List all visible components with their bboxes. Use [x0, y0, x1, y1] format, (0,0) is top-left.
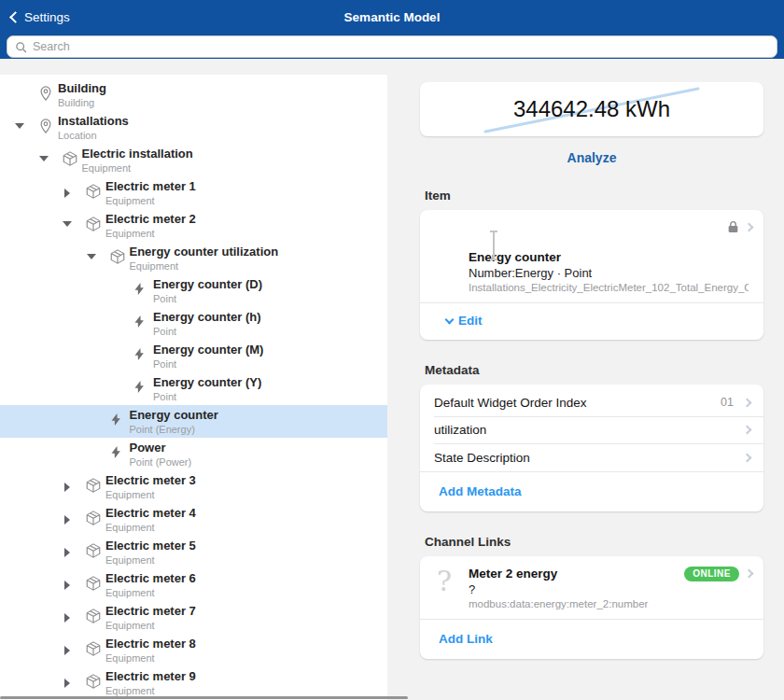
metadata-label: State Description: [434, 451, 530, 465]
chevron-right-icon: [745, 569, 754, 579]
tree-row[interactable]: Energy counter Point (Energy): [0, 405, 387, 438]
equipment-box-icon: [85, 673, 102, 690]
caret-icon[interactable]: [64, 581, 70, 590]
tree-item-title: Electric meter 3: [105, 473, 196, 488]
tree-row[interactable]: Electric meter 4 Equipment: [0, 503, 387, 536]
metadata-row[interactable]: utilization: [420, 417, 763, 444]
item-card: Energy counter Number:Energy · Point Ins…: [420, 210, 763, 340]
item-name: Installations_Electricity_ElectricMeter_…: [469, 281, 749, 295]
tree-item-title: Electric meter 4: [105, 506, 196, 521]
equipment-box-icon: [62, 150, 78, 167]
tree-item-title: Building: [58, 81, 106, 96]
item-state-card[interactable]: 344642.48 kWh: [420, 82, 763, 136]
equipment-box-icon: [85, 575, 102, 592]
equipment-box-icon: [85, 216, 102, 232]
metadata-row[interactable]: State Description: [420, 444, 763, 471]
edit-item-button[interactable]: Edit: [420, 303, 763, 340]
metadata-section-header: Metadata: [425, 363, 763, 377]
caret-icon[interactable]: [64, 646, 70, 655]
tree-row[interactable]: Electric installation Equipment: [0, 144, 387, 176]
metadata-card: Default Widget Order Index 01 utilizatio…: [420, 385, 763, 511]
tree-item-subtitle: Equipment: [130, 259, 279, 273]
back-to-settings-button[interactable]: Settings: [11, 10, 70, 24]
caret-icon[interactable]: [64, 548, 70, 557]
caret-icon[interactable]: [64, 515, 70, 525]
item-detail-panel: 344642.48 kWh Analyze Item Energy counte…: [420, 82, 763, 659]
edit-label: Edit: [458, 314, 483, 328]
tree-item-subtitle: Equipment: [105, 619, 196, 632]
caret-icon[interactable]: [63, 221, 72, 227]
chevron-right-icon: [743, 426, 752, 435]
tree-item-title: Electric meter 1: [105, 179, 196, 194]
tree-row[interactable]: Electric meter 8 Equipment: [0, 634, 387, 666]
lightning-bolt-icon: [109, 412, 126, 428]
item-row[interactable]: Energy counter Number:Energy · Point Ins…: [420, 210, 763, 302]
back-label: Settings: [24, 10, 70, 24]
tree-item-subtitle: Equipment: [105, 651, 196, 665]
tree-row[interactable]: Electric meter 7 Equipment: [0, 601, 387, 634]
tree-row[interactable]: Electric meter 9 Equipment: [0, 666, 387, 699]
equipment-box-icon: [85, 477, 102, 494]
tree-item-subtitle: Point: [153, 390, 261, 403]
tree-item-subtitle: Equipment: [82, 161, 193, 175]
caret-icon[interactable]: [64, 483, 70, 492]
tree-item-title: Power: [130, 441, 192, 455]
tree-item-title: Energy counter (D): [153, 277, 262, 292]
search-input[interactable]: [33, 40, 769, 53]
tree-item-title: Energy counter (Y): [153, 375, 261, 390]
caret-icon[interactable]: [64, 679, 70, 688]
metadata-row[interactable]: Default Widget Order Index 01: [420, 389, 763, 416]
add-metadata-button[interactable]: Add Metadata: [420, 472, 763, 511]
caret-icon[interactable]: [39, 156, 49, 161]
chevron-right-icon: [743, 453, 752, 462]
tree-item-subtitle: Equipment: [105, 488, 196, 501]
caret-icon[interactable]: [64, 189, 70, 198]
tree-row[interactable]: Building Building: [0, 78, 387, 111]
chevron-right-icon: [745, 222, 754, 231]
tree-row[interactable]: Installations Location: [0, 111, 387, 144]
horizontal-scrollbar[interactable]: [0, 696, 408, 699]
tree-item-title: Electric meter 2: [105, 212, 196, 227]
caret-icon[interactable]: [64, 613, 70, 623]
tree-row[interactable]: Energy counter (Y) Point: [0, 372, 387, 405]
lightning-bolt-icon: [109, 444, 126, 461]
tree-row[interactable]: Electric meter 6 Equipment: [0, 568, 387, 601]
tree-item-title: Energy counter utilization: [130, 245, 279, 259]
tree-row[interactable]: Electric meter 1 Equipment: [0, 176, 387, 209]
lightning-bolt-icon: [133, 281, 149, 298]
analyze-button[interactable]: Analyze: [420, 150, 763, 165]
tree-item-subtitle: Point: [153, 292, 262, 305]
tree-row[interactable]: Energy counter (D) Point: [0, 274, 387, 307]
tree-row[interactable]: Electric meter 3 Equipment: [0, 470, 387, 503]
tree-row[interactable]: Energy counter utilization Equipment: [0, 242, 387, 274]
channel-title: Meter 2 energy: [469, 566, 670, 581]
chevron-right-icon: [743, 398, 752, 407]
tree-row[interactable]: Electric meter 2 Equipment: [0, 209, 387, 242]
channel-links-section-header: Channel Links: [425, 535, 763, 549]
tree-item-subtitle: Point (Energy): [130, 423, 218, 436]
chevron-down-icon: [445, 315, 455, 324]
equipment-box-icon: [85, 608, 102, 624]
caret-icon[interactable]: [15, 123, 24, 129]
add-link-button[interactable]: Add Link: [420, 620, 763, 659]
tree-item-title: Electric meter 8: [105, 637, 196, 651]
tree-item-title: Energy counter (h): [153, 310, 261, 325]
tree-item-title: Electric meter 6: [105, 571, 196, 586]
tree-item-title: Electric meter 7: [105, 604, 196, 619]
caret-icon[interactable]: [87, 254, 96, 259]
tree-item-title: Energy counter (M): [153, 343, 263, 357]
search-icon: [15, 41, 27, 53]
page-title: Semantic Model: [0, 10, 784, 24]
tree-row[interactable]: Energy counter (M) Point: [0, 340, 387, 372]
tree-item-title: Electric meter 9: [105, 669, 196, 684]
tree-row[interactable]: Energy counter (h) Point: [0, 307, 387, 340]
tree-item-title: Energy counter: [130, 408, 218, 423]
channel-link-row[interactable]: ? Meter 2 energy ? modbus:data:energy:me…: [420, 556, 763, 619]
search-bar[interactable]: [7, 35, 777, 58]
tree-row[interactable]: Power Point (Power): [0, 438, 387, 470]
tree-row[interactable]: Electric meter 5 Equipment: [0, 536, 387, 568]
location-pin-icon: [37, 85, 54, 102]
item-title: Energy counter: [469, 249, 707, 265]
equipment-box-icon: [85, 640, 102, 657]
lightning-bolt-icon: [133, 346, 149, 363]
